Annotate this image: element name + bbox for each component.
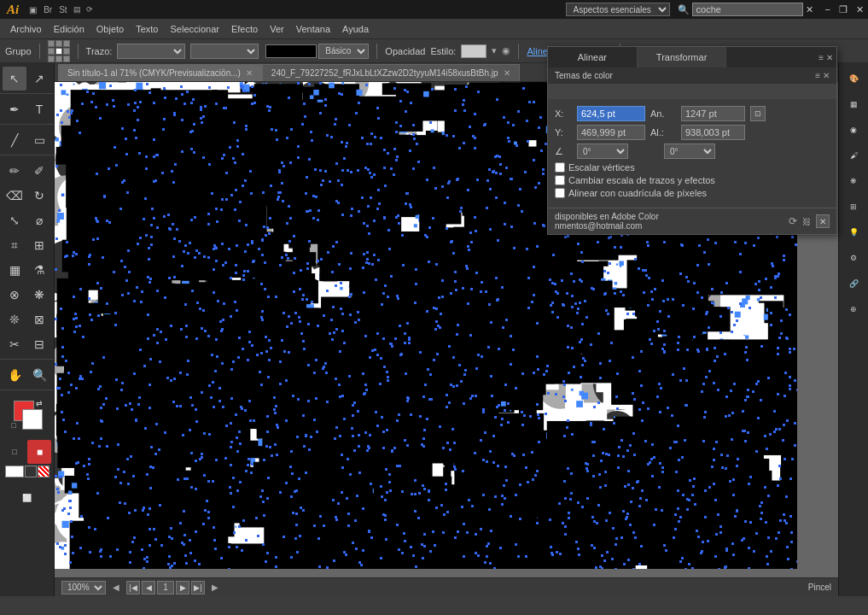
right-panel-btn-1[interactable]: 🎨 <box>842 67 865 91</box>
rectangle-tool[interactable]: ▭ <box>27 128 51 152</box>
ref-dot-tl[interactable] <box>48 40 55 47</box>
tab-transformar[interactable]: Transformar <box>638 47 727 67</box>
panel-close-top-btn[interactable]: ✕ <box>826 53 833 62</box>
rotate-tool[interactable]: ↻ <box>27 184 51 208</box>
shape-builder-tool[interactable]: ⊞ <box>27 233 51 257</box>
ref-dot-ml[interactable] <box>48 48 55 55</box>
restore-btn[interactable]: ❒ <box>835 4 852 15</box>
gradient-tool[interactable]: ▦ <box>3 258 26 282</box>
arrange-icon[interactable]: ▤ <box>71 5 84 14</box>
symbol-tool[interactable]: ❋ <box>27 283 51 307</box>
next-page-btn[interactable]: ▶ <box>176 581 189 594</box>
menu-seleccionar[interactable]: Seleccionar <box>165 22 224 36</box>
white-swatch[interactable] <box>5 466 24 477</box>
menu-objeto[interactable]: Objeto <box>91 22 129 36</box>
background-color[interactable] <box>22 409 43 430</box>
panel-expand-btn[interactable]: ≡ <box>818 53 824 62</box>
eyedropper-tool[interactable]: ⚗ <box>27 258 51 282</box>
stroke-weight-select[interactable] <box>190 44 259 59</box>
last-page-btn[interactable]: ▶| <box>191 581 205 594</box>
selection-tool[interactable]: ↖ <box>3 67 26 91</box>
search-clear-btn[interactable]: ✕ <box>803 4 816 15</box>
slice-tool[interactable]: ⊠ <box>27 308 51 331</box>
right-panel-btn-4[interactable]: 🖌 <box>842 144 865 167</box>
tab-alinear[interactable]: Alinear <box>548 47 638 67</box>
ref-dot-bc[interactable] <box>55 56 62 62</box>
angle2-select[interactable]: 0° <box>664 144 715 159</box>
menu-ventana[interactable]: Ventana <box>291 22 335 36</box>
ref-dot-mr[interactable] <box>63 48 70 55</box>
style-color-box[interactable] <box>461 44 486 58</box>
warp-tool[interactable]: ⌀ <box>27 208 51 232</box>
direct-select-tool[interactable]: ↗ <box>27 67 51 91</box>
right-panel-btn-5[interactable]: ❋ <box>842 169 865 193</box>
trazo-select[interactable] <box>117 44 185 59</box>
x-input[interactable] <box>577 106 645 121</box>
column-tool[interactable]: ❊ <box>3 308 26 331</box>
default-colors-btn[interactable]: □ <box>12 421 16 430</box>
right-panel-btn-3[interactable]: ◉ <box>842 118 865 142</box>
opacity-circle-btn[interactable]: ◉ <box>502 45 510 56</box>
right-panel-btn-8[interactable]: ⚙ <box>842 246 865 270</box>
prev-page-btn[interactable]: ◀ <box>142 581 155 594</box>
right-panel-btn-7[interactable]: 💡 <box>842 220 865 244</box>
menu-efecto[interactable]: Efecto <box>226 22 263 36</box>
alinear-cuadricula-cb[interactable] <box>555 188 565 198</box>
first-page-btn[interactable]: |◀ <box>126 581 140 594</box>
none-swatch[interactable] <box>38 466 50 477</box>
ref-dot-br[interactable] <box>63 56 70 62</box>
pencil-tool[interactable]: ✐ <box>27 159 51 183</box>
right-panel-btn-6[interactable]: ⊞ <box>842 195 865 219</box>
line-tool[interactable]: ╱ <box>3 128 26 152</box>
gradient-swatch[interactable] <box>25 466 37 477</box>
scale-tool[interactable]: ⤡ <box>3 208 26 232</box>
paintbrush-tool[interactable]: ✏ <box>3 159 26 183</box>
stroke-style-select[interactable]: Básico <box>318 44 369 59</box>
al-input[interactable] <box>681 125 745 140</box>
workspace-select[interactable]: Aspectos esenciales <box>566 3 670 16</box>
footer-refresh-btn[interactable]: ⟳ <box>789 215 797 227</box>
style-options-btn[interactable]: ▾ <box>492 45 497 56</box>
blend-tool[interactable]: ⊗ <box>3 283 26 307</box>
themes-expand-icon[interactable]: ≡ <box>815 71 820 80</box>
swap-colors-btn[interactable]: ⇄ <box>36 399 43 407</box>
search-input[interactable] <box>692 3 803 16</box>
sync-icon[interactable]: ⟳ <box>84 5 96 14</box>
right-panel-btn-9[interactable]: 🔗 <box>842 272 865 296</box>
scissors-tool[interactable]: ✂ <box>3 332 26 356</box>
ref-dot-tc[interactable] <box>55 40 62 47</box>
escalar-vertices-cb[interactable] <box>555 162 565 173</box>
ref-dot-tr[interactable] <box>63 40 70 47</box>
ref-dot-mc[interactable] <box>55 48 62 55</box>
normal-mode-btn[interactable]: □ <box>3 440 26 464</box>
ref-dot-bl[interactable] <box>48 56 55 62</box>
hand-tool[interactable]: ✋ <box>3 363 26 387</box>
panel-close-btn[interactable]: ✕ <box>816 214 830 228</box>
an-input[interactable] <box>681 106 745 121</box>
right-panel-btn-2[interactable]: ▦ <box>842 92 865 116</box>
page-input[interactable] <box>157 581 174 594</box>
minimize-btn[interactable]: − <box>821 4 835 15</box>
pen-tool[interactable]: ✒ <box>3 97 26 121</box>
close-btn[interactable]: ✕ <box>852 4 868 15</box>
zoom-tool[interactable]: 🔍 <box>27 363 51 387</box>
menu-ayuda[interactable]: Ayuda <box>337 22 374 36</box>
right-panel-btn-10[interactable]: ⊕ <box>842 297 865 321</box>
menu-texto[interactable]: Texto <box>131 22 163 36</box>
menu-archivo[interactable]: Archivo <box>5 22 47 36</box>
text-tool[interactable]: T <box>27 97 51 121</box>
chain-link-btn[interactable]: ⊡ <box>750 106 766 121</box>
tab-2[interactable]: 240_F_79227252_fRJxLbLtXZzw2D2tyyuM14i58… <box>262 64 520 81</box>
screen-mode-btn[interactable]: ⬜ <box>15 486 39 510</box>
zoom-select[interactable]: 100% <box>61 581 106 594</box>
menu-edicion[interactable]: Edición <box>49 22 90 36</box>
left-arrow-btn[interactable]: ◀ <box>113 583 119 592</box>
y-input[interactable] <box>577 125 645 140</box>
tab-1-close[interactable]: ✕ <box>246 68 253 78</box>
artboard-tool[interactable]: ⊟ <box>27 332 51 356</box>
mask-mode-btn[interactable]: ◼ <box>27 440 51 464</box>
tab-1[interactable]: Sin título-1 al 71% (CMYK/Previsualizaci… <box>58 64 262 81</box>
footer-chain-icon[interactable]: ⛓ <box>802 217 811 226</box>
menu-ver[interactable]: Ver <box>265 22 289 36</box>
angle1-select[interactable]: 0° <box>577 144 628 159</box>
